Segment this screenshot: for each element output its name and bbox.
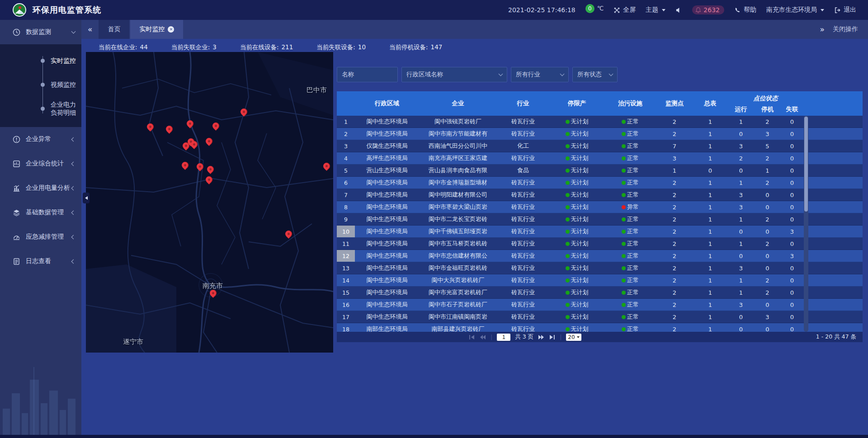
stat-value: 44 <box>140 43 148 52</box>
map-pin-icon[interactable] <box>204 175 214 184</box>
sidebar-item-base-data[interactable]: 基础数据管理 <box>0 200 81 225</box>
sidebar-subitem-3[interactable]: 企业电力负荷明细 <box>0 97 81 121</box>
cell-limit-status: 无计划 <box>549 189 604 201</box>
map-pin-icon[interactable] <box>204 137 214 146</box>
cell-industry: 砖瓦行业 <box>497 311 549 323</box>
table-row[interactable]: 17阆中生态环境局阆中市江南镇阆南页岩砖瓦行业无计划正常21030 <box>337 311 863 323</box>
table-row[interactable]: 18南部生态环境局南部县建兴页岩砖厂砖瓦行业无计划正常21000 <box>337 323 863 332</box>
map-pin-icon[interactable] <box>206 165 215 174</box>
sidebar-item-data-monitor[interactable]: 数据监测 <box>0 20 81 44</box>
next-page-button[interactable] <box>538 334 544 340</box>
table-row[interactable]: 14阆中生态环境局阆中大兴页岩机砖厂砖瓦行业无计划正常21120 <box>337 274 863 287</box>
cell-run: 3 <box>727 201 755 213</box>
logout-button[interactable]: 退出 <box>834 6 856 14</box>
table-row[interactable]: 7阆中生态环境局阆中明阳建材有限公司砖瓦行业无计划正常21300 <box>337 189 863 201</box>
status-dot-icon <box>622 278 626 283</box>
cell-industry: 砖瓦行业 <box>497 262 549 274</box>
table-row[interactable]: 1阆中生态环境局阆中强锐页岩砖厂砖瓦行业无计划正常21120 <box>337 116 863 128</box>
notification-badge[interactable]: 2632 <box>692 5 724 14</box>
cell-industry: 砖瓦行业 <box>497 152 549 164</box>
city-label: 巴中市 <box>307 86 327 94</box>
map-pin-icon[interactable] <box>195 162 205 171</box>
cell-region: 南部生态环境局 <box>355 323 419 332</box>
sidebar-item-company-abnormal[interactable]: 企业异常 <box>0 127 81 151</box>
theme-dropdown[interactable]: 主题 <box>646 6 665 14</box>
sound-button[interactable] <box>675 7 682 14</box>
cell-region: 阆中生态环境局 <box>355 177 419 188</box>
map-pin-icon[interactable] <box>239 107 249 117</box>
org-dropdown[interactable]: 南充市生态环境局 <box>766 6 824 14</box>
page-size-select[interactable]: 20 <box>566 334 581 341</box>
table-row[interactable]: 12阆中生态环境局阆中市忠信建材有限公砖瓦行业无计划正常21003 <box>337 250 863 262</box>
tabs-scroll-left-icon[interactable]: « <box>81 25 99 34</box>
tab-close-icon[interactable]: ✕ <box>168 26 174 33</box>
cell-limit-status: 无计划 <box>549 140 604 152</box>
map-pin-icon[interactable] <box>322 161 331 171</box>
status-dot-icon <box>566 315 570 319</box>
speaker-icon <box>675 7 682 14</box>
table-row[interactable]: 11阆中生态环境局阆中市五马桥页岩机砖砖瓦行业无计划正常21120 <box>337 238 863 250</box>
sidebar-subitem-label: 视频监控 <box>51 81 76 89</box>
table-row[interactable]: 5营山生态环境局营山县润丰肉食品有限食品无计划正常10010 <box>337 165 863 177</box>
status-dot-icon <box>566 266 570 270</box>
status-select[interactable]: 所有状态 <box>572 67 618 82</box>
sidebar-item-power-analysis[interactable]: 企业用电量分析 <box>0 176 81 200</box>
sidebar-subitem-2[interactable]: 视频监控 <box>0 73 81 97</box>
table-row[interactable]: 10阆中生态环境局阆中千佛镇五郎垭页岩砖瓦行业无计划正常21003 <box>337 226 863 238</box>
cell-meters: 1 <box>693 213 727 225</box>
map-pin-icon[interactable] <box>185 119 195 128</box>
stat-label: 当前失联设备: <box>316 43 355 52</box>
region-select[interactable]: 行政区域名称 <box>401 67 507 82</box>
map-pin-icon[interactable] <box>146 122 155 132</box>
sidebar-item-emergency[interactable]: 应急减排管理 <box>0 225 81 249</box>
page-number-input[interactable] <box>497 334 510 341</box>
industry-select[interactable]: 所有行业 <box>511 67 569 82</box>
cell-region: 阆中生态环境局 <box>355 213 419 225</box>
table-row[interactable]: 4高坪生态环境局南充市高坪区王家店建砖瓦行业无计划正常31220 <box>337 152 863 165</box>
tab-home[interactable]: 首页 <box>99 20 129 39</box>
map-pin-icon[interactable] <box>284 229 293 239</box>
cell-meters: 1 <box>693 287 727 298</box>
sidebar-item-company-stats[interactable]: 企业综合统计 <box>0 151 81 176</box>
table-row[interactable]: 16阆中生态环境局阆中市石子页岩机砖厂砖瓦行业无计划正常21300 <box>337 299 863 311</box>
cell-meters: 1 <box>693 152 727 164</box>
last-page-button[interactable] <box>549 334 555 340</box>
map-pin-icon[interactable] <box>180 160 190 170</box>
col-region: 行政区域 <box>355 91 419 116</box>
cell-industry: 砖瓦行业 <box>497 299 549 311</box>
row-number: 12 <box>337 250 355 262</box>
name-search-input[interactable]: 名称 <box>337 67 398 82</box>
table-row[interactable]: 13阆中生态环境局阆中市金福旺页岩机砖砖瓦行业无计划正常21300 <box>337 262 863 274</box>
map-pin-icon[interactable] <box>165 124 174 134</box>
tab-realtime-monitor[interactable]: 实时监控 ✕ <box>130 20 183 39</box>
row-number: 11 <box>337 238 355 250</box>
sidebar-item-log-view[interactable]: 日志查看 <box>0 249 81 273</box>
first-page-button[interactable] <box>469 334 475 340</box>
cell-region: 阆中生态环境局 <box>355 250 419 262</box>
close-operations-button[interactable]: 关闭操作 <box>833 25 858 33</box>
table-row[interactable]: 6阆中生态环境局阆中市金博瑞新型墙材砖瓦行业无计划正常21120 <box>337 177 863 189</box>
map-collapse-button[interactable] <box>83 193 90 203</box>
table-row[interactable]: 3仪陇生态环境局西南油气田分公司川中化工无计划正常71350 <box>337 140 863 152</box>
table-row[interactable]: 15阆中生态环境局阆中市光富页岩机砖厂砖瓦行业无计划正常21120 <box>337 287 863 299</box>
cell-run: 2 <box>727 152 755 164</box>
col-company: 企业 <box>419 91 497 116</box>
table-scrollbar[interactable] <box>804 116 808 332</box>
cell-meters: 1 <box>693 299 727 311</box>
map-canvas[interactable]: 巴中市南充市遂宁市 <box>86 52 333 353</box>
cell-stop: 2 <box>755 213 780 225</box>
fullscreen-button[interactable]: 全屏 <box>613 6 636 14</box>
status-dot-icon <box>566 193 570 197</box>
prev-page-button[interactable] <box>480 334 486 340</box>
map-pin-icon[interactable] <box>208 288 218 298</box>
cell-facility-status: 正常 <box>604 287 656 298</box>
table-row[interactable]: 2阆中生态环境局阆中市南方节能建材有砖瓦行业无计划正常21030 <box>337 128 863 140</box>
log-icon <box>13 258 20 265</box>
cell-region: 阆中生态环境局 <box>355 262 419 274</box>
tabs-scroll-right-icon[interactable]: » <box>820 25 825 34</box>
map-pin-icon[interactable] <box>211 121 221 131</box>
help-button[interactable]: 帮助 <box>734 6 756 14</box>
sidebar-subitem-1[interactable]: 实时监控 <box>0 49 81 73</box>
table-row[interactable]: 9阆中生态环境局阆中市二龙长宝页岩砖砖瓦行业无计划正常21120 <box>337 213 863 226</box>
table-row[interactable]: 8阆中生态环境局阆中市枣碧大梁山页岩砖瓦行业无计划异常21300 <box>337 201 863 213</box>
